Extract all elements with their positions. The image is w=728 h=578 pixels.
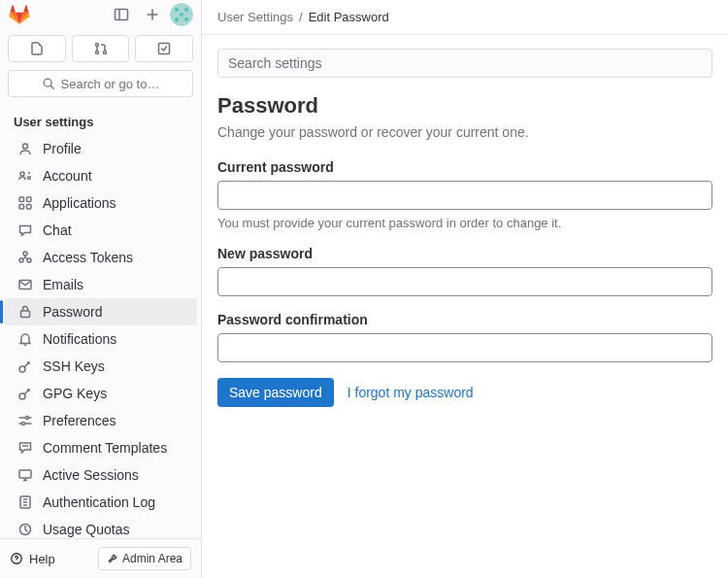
- svg-point-17: [23, 144, 28, 149]
- sidebar-item-account[interactable]: Account: [4, 162, 197, 189]
- action-row: [0, 29, 201, 68]
- breadcrumb-current: Edit Password: [309, 10, 389, 24]
- svg-point-8: [175, 17, 179, 21]
- svg-point-9: [184, 17, 188, 21]
- sidebar-item-chat[interactable]: Chat: [4, 217, 197, 244]
- sidebar-item-label: GPG Keys: [43, 386, 107, 401]
- field-password-confirmation: Password confirmation: [217, 312, 712, 362]
- comment-icon: [17, 440, 33, 456]
- log-icon: [17, 494, 33, 510]
- sidebar-item-label: Applications: [43, 195, 116, 211]
- current-password-input[interactable]: [217, 181, 712, 210]
- svg-rect-38: [19, 470, 31, 478]
- settings-search-input[interactable]: [217, 49, 712, 78]
- svg-line-16: [50, 85, 53, 88]
- sidebar-item-label: Profile: [43, 141, 82, 156]
- field-current-password: Current password You must provide your c…: [217, 159, 712, 230]
- current-password-help: You must provide your current password i…: [217, 216, 712, 230]
- sidebar-item-password[interactable]: Password: [4, 298, 197, 325]
- page-title: Password: [217, 93, 712, 119]
- admin-area-button[interactable]: Admin Area: [98, 547, 191, 570]
- gitlab-logo-icon[interactable]: [8, 3, 31, 26]
- svg-point-12: [95, 51, 98, 54]
- help-link[interactable]: Help: [10, 552, 55, 566]
- sidebar-item-access-tokens[interactable]: Access Tokens: [4, 244, 197, 271]
- todos-button[interactable]: [135, 35, 193, 62]
- section-header: User settings: [0, 111, 201, 135]
- search-icon: [42, 77, 55, 90]
- issues-button[interactable]: [8, 35, 66, 62]
- create-new-button[interactable]: [139, 1, 166, 28]
- sidebar-item-label: Emails: [43, 277, 83, 292]
- sidebar-item-label: Chat: [43, 222, 72, 238]
- svg-point-5: [175, 8, 179, 12]
- svg-rect-23: [27, 197, 32, 202]
- admin-label: Admin Area: [122, 552, 182, 565]
- sidebar-footer: Help Admin Area: [0, 538, 201, 578]
- quota-icon: [17, 522, 33, 537]
- sidebar-item-applications[interactable]: Applications: [4, 189, 197, 217]
- user-avatar[interactable]: [170, 3, 193, 26]
- sidebar-item-label: Notifications: [43, 331, 116, 347]
- content-area: Password Change your password or recover…: [202, 35, 728, 421]
- svg-point-36: [22, 423, 25, 425]
- sidebar-nav: User settings Profile Account Applicatio…: [0, 105, 201, 538]
- svg-rect-14: [159, 44, 170, 54]
- form-actions: Save password I forgot my password: [217, 378, 712, 407]
- sidebar-item-label: Account: [43, 168, 92, 184]
- sidebar-item-authentication-log[interactable]: Authentication Log: [4, 489, 197, 516]
- svg-rect-22: [19, 197, 24, 202]
- svg-rect-25: [27, 205, 32, 210]
- svg-point-26: [23, 252, 27, 255]
- sidebar-item-gpg-keys[interactable]: GPG Keys: [4, 380, 197, 407]
- mail-icon: [17, 277, 33, 292]
- monitor-icon: [17, 467, 33, 483]
- applications-icon: [17, 195, 33, 211]
- search-button[interactable]: Search or go to…: [8, 70, 193, 97]
- current-password-label: Current password: [217, 159, 712, 175]
- search-label: Search or go to…: [61, 77, 160, 91]
- token-icon: [17, 250, 33, 265]
- sidebar-item-ssh-keys[interactable]: SSH Keys: [4, 353, 197, 380]
- sidebar-item-notifications[interactable]: Notifications: [4, 325, 197, 353]
- sidebar-item-label: Preferences: [43, 413, 116, 428]
- field-new-password: New password: [217, 246, 712, 296]
- sidebar-item-label: SSH Keys: [43, 358, 105, 374]
- sidebar-item-label: Password: [43, 304, 102, 320]
- sidebar-item-profile[interactable]: Profile: [4, 135, 197, 162]
- main-content: User Settings / Edit Password Password C…: [202, 0, 728, 578]
- svg-point-10: [39, 44, 41, 46]
- sidebar-item-label: Usage Quotas: [43, 522, 130, 537]
- merge-requests-button[interactable]: [72, 35, 130, 62]
- new-password-label: New password: [217, 246, 712, 261]
- sidebar-item-label: Active Sessions: [43, 467, 139, 483]
- svg-point-7: [180, 13, 183, 17]
- sidebar-item-preferences[interactable]: Preferences: [4, 407, 197, 434]
- svg-rect-0: [116, 10, 128, 20]
- save-password-button[interactable]: Save password: [217, 378, 334, 407]
- account-icon: [17, 168, 33, 184]
- svg-point-13: [103, 51, 106, 54]
- collapse-sidebar-button[interactable]: [108, 1, 135, 28]
- lock-icon: [17, 304, 33, 320]
- sidebar-item-usage-quotas[interactable]: Usage Quotas: [4, 516, 197, 538]
- page-description: Change your password or recover your cur…: [217, 124, 712, 140]
- svg-point-34: [26, 417, 29, 420]
- preferences-icon: [17, 413, 33, 428]
- bell-icon: [17, 331, 33, 347]
- forgot-password-link[interactable]: I forgot my password: [347, 385, 474, 400]
- breadcrumb: User Settings / Edit Password: [202, 0, 728, 35]
- sidebar: Search or go to… User settings Profile A…: [0, 0, 202, 578]
- password-confirmation-input[interactable]: [217, 333, 712, 362]
- sidebar-item-label: Authentication Log: [43, 494, 155, 510]
- new-password-input[interactable]: [217, 267, 712, 296]
- breadcrumb-parent[interactable]: User Settings: [217, 10, 293, 24]
- svg-point-47: [17, 561, 17, 562]
- sidebar-item-emails[interactable]: Emails: [4, 271, 197, 298]
- svg-point-19: [28, 172, 30, 174]
- key-icon: [17, 386, 33, 401]
- topbar: [0, 0, 201, 29]
- admin-icon: [107, 553, 118, 564]
- sidebar-item-active-sessions[interactable]: Active Sessions: [4, 461, 197, 489]
- sidebar-item-comment-templates[interactable]: Comment Templates: [4, 434, 197, 461]
